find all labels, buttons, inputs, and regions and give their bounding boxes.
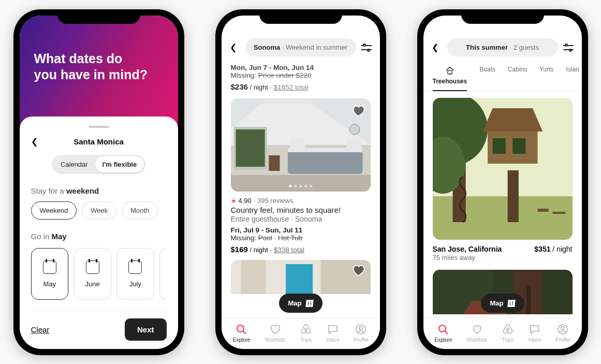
tab-wishlists-label: Wishlists <box>265 337 285 343</box>
back-icon[interactable]: ❮ <box>31 137 38 147</box>
search-pill[interactable]: This summer · 2 guests <box>447 38 558 56</box>
svg-rect-4 <box>236 129 265 167</box>
listing-missing: Missing: Price under $220 <box>231 71 371 79</box>
tab-inbox[interactable]: Inbox <box>529 323 541 343</box>
calendar-icon <box>43 260 56 274</box>
next-button[interactable]: Next <box>125 318 167 341</box>
map-button[interactable]: Map <box>279 294 323 313</box>
listing-dates: Mon, Jun 7 - Mon, Jun 14 <box>231 64 371 71</box>
listing-price-row: $169 / night · $338 total <box>231 245 371 254</box>
tab-wishlists[interactable]: Wishlists <box>466 323 487 343</box>
tab-profile-label: Profile <box>354 337 368 343</box>
segment-flexible[interactable]: I'm flexible <box>95 156 144 172</box>
results-list[interactable]: Mon, Jun 7 - Mon, Jun 14 Missing: Price … <box>222 61 380 294</box>
filter-icon[interactable] <box>563 43 574 52</box>
svg-line-17 <box>243 331 246 334</box>
chip-month[interactable]: Month <box>122 201 158 220</box>
filter-icon[interactable] <box>361 43 372 52</box>
phone-notch <box>57 9 140 24</box>
listing-image[interactable] <box>231 98 371 192</box>
tab-trips-label: Trips <box>502 337 514 343</box>
svg-line-41 <box>445 331 448 334</box>
star-icon: ★ <box>231 197 237 205</box>
phone-1-dates: What dates do you have in mind? ❮ Santa … <box>13 9 184 355</box>
svg-point-42 <box>506 328 509 330</box>
clear-button[interactable]: Clear <box>31 325 50 334</box>
tab-trips[interactable]: Trips <box>300 323 312 343</box>
search-location: Sonoma <box>254 43 280 51</box>
tab-profile[interactable]: Profile <box>354 323 368 343</box>
month-may-label: May <box>43 280 56 288</box>
rating-score: 4.90 <box>239 197 252 205</box>
price-total: $1652 total <box>274 83 309 91</box>
cat-boats-label: Boats <box>479 66 495 73</box>
chat-icon <box>529 323 541 336</box>
stay-prefix: Stay for a <box>31 186 66 195</box>
map-button[interactable]: Map <box>481 294 524 313</box>
wishlist-heart-icon[interactable] <box>351 263 365 278</box>
back-icon[interactable]: ❮ <box>230 42 240 52</box>
month-cards: May June July <box>31 248 167 300</box>
search-dates: Weekend in summer <box>286 43 347 51</box>
go-prefix: Go in <box>31 232 52 241</box>
cat-cabins[interactable]: Cabins <box>508 66 527 91</box>
month-june[interactable]: June <box>74 248 111 300</box>
tab-wishlists[interactable]: Wishlists <box>265 323 285 343</box>
tab-explore[interactable]: Explore <box>434 323 452 343</box>
svg-rect-39 <box>526 285 531 314</box>
tab-explore-label: Explore <box>232 337 250 343</box>
grab-handle[interactable] <box>89 126 109 128</box>
map-label: Map <box>490 299 504 307</box>
listing-dates: Fri, Jul 9 - Sun, Jul 11 <box>231 226 371 234</box>
listing-subtitle: Entire guesthouse · Sonoma <box>231 215 371 223</box>
chip-week[interactable]: Week <box>82 201 116 220</box>
cat-yurts[interactable]: Yurts <box>539 66 553 91</box>
tab-trips[interactable]: Trips <box>502 323 514 343</box>
stay-for-label: Stay for a weekend <box>31 186 167 195</box>
image-carousel-dots <box>289 185 312 187</box>
category-tabs[interactable]: Treehouses Boats Cabins Yurts Islan <box>423 61 582 92</box>
svg-rect-11 <box>231 175 371 192</box>
chat-icon <box>327 323 339 336</box>
svg-rect-26 <box>507 170 518 222</box>
cat-islands[interactable]: Islan <box>566 66 579 91</box>
svg-point-18 <box>304 328 307 330</box>
search-pill[interactable]: Sonoma · Weekend in summer <box>245 38 356 56</box>
cat-treehouses[interactable]: Treehouses <box>433 66 467 91</box>
tab-explore[interactable]: Explore <box>232 323 250 343</box>
month-may[interactable]: May <box>31 248 69 300</box>
phone-2-results: ❮ Sonoma · Weekend in summer Mon, Jun 7 … <box>215 9 386 355</box>
back-icon[interactable]: ❮ <box>432 42 442 52</box>
tab-profile[interactable]: Profile <box>555 323 570 343</box>
stay-bold: weekend <box>66 186 99 195</box>
month-july[interactable]: July <box>116 248 154 300</box>
listing-image[interactable] <box>433 98 573 240</box>
map-label: Map <box>288 299 302 307</box>
treehouse-icon <box>445 66 455 75</box>
svg-point-44 <box>561 326 564 329</box>
svg-marker-29 <box>482 108 543 132</box>
svg-point-40 <box>439 325 446 332</box>
heart-icon <box>269 323 281 336</box>
svg-rect-33 <box>537 209 548 212</box>
price-value: $169 <box>231 245 248 254</box>
phone-3-categories: ❮ This summer · 2 guests Treehouses Boat… <box>417 9 588 355</box>
listing-price: $351 / night <box>534 245 572 253</box>
tab-inbox[interactable]: Inbox <box>327 323 339 343</box>
wishlist-heart-icon[interactable] <box>351 104 365 118</box>
listing-image-partial[interactable] <box>231 260 371 294</box>
heart-icon <box>471 323 483 336</box>
cat-boats[interactable]: Boats <box>479 66 495 91</box>
tab-wishlists-label: Wishlists <box>466 337 487 343</box>
results-list[interactable]: San Jose, California $351 / night 75 mil… <box>423 92 582 314</box>
chip-weekend[interactable]: Weekend <box>31 201 77 220</box>
svg-rect-21 <box>448 70 452 74</box>
segment-calendar[interactable]: Calendar <box>53 156 95 172</box>
svg-rect-13 <box>286 264 313 294</box>
listing-title: Country feel, minutes to square! <box>231 206 371 214</box>
missing-prefix: Missing: <box>231 234 258 242</box>
reviews-count: · 395 reviews <box>254 197 294 205</box>
price-value: $351 <box>534 245 550 253</box>
month-next-partial[interactable] <box>159 248 167 300</box>
tab-inbox-label: Inbox <box>529 337 541 343</box>
